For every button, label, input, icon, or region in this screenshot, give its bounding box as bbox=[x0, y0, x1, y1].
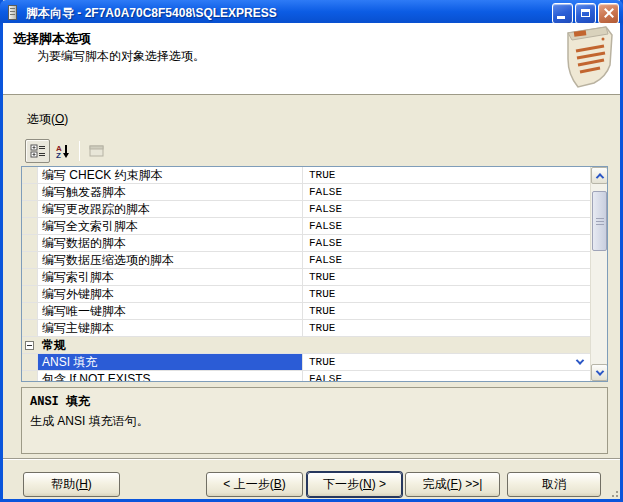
chevron-down-icon bbox=[595, 367, 603, 375]
row-margin bbox=[22, 201, 38, 217]
property-value[interactable]: TRUE bbox=[303, 320, 590, 336]
property-row[interactable]: ANSI 填充TRUE bbox=[22, 354, 590, 371]
categorized-view-icon bbox=[30, 144, 46, 158]
row-margin bbox=[22, 320, 38, 336]
scroll-up-button[interactable] bbox=[591, 167, 608, 184]
property-value[interactable]: FALSE bbox=[303, 218, 590, 234]
scroll-down-button[interactable] bbox=[591, 364, 608, 381]
property-name[interactable]: 编写数据压缩选项的脚本 bbox=[38, 252, 303, 268]
property-name[interactable]: ANSI 填充 bbox=[38, 354, 303, 370]
property-value[interactable]: TRUE bbox=[303, 286, 590, 302]
property-value[interactable]: FALSE bbox=[303, 201, 590, 217]
finish-button[interactable]: 完成(F) >>| bbox=[405, 472, 500, 497]
row-margin bbox=[22, 286, 38, 302]
property-name[interactable]: 编写主键脚本 bbox=[38, 320, 303, 336]
back-button[interactable]: < 上一步(B) bbox=[206, 472, 303, 497]
vertical-scrollbar[interactable] bbox=[590, 167, 607, 381]
toolbar-separator bbox=[79, 141, 80, 161]
property-row[interactable]: 编写唯一键脚本TRUE bbox=[22, 303, 590, 320]
minimize-button[interactable] bbox=[552, 3, 573, 24]
cancel-button[interactable]: 取消 bbox=[507, 472, 601, 497]
row-margin bbox=[22, 218, 38, 234]
category-row[interactable]: 常规 bbox=[22, 337, 590, 354]
property-name[interactable]: 包含 If NOT EXISTS bbox=[38, 371, 303, 381]
property-row[interactable]: 编写 CHECK 约束脚本TRUE bbox=[22, 167, 590, 184]
property-value[interactable]: TRUE bbox=[303, 167, 590, 183]
property-name[interactable]: 编写外键脚本 bbox=[38, 286, 303, 302]
az-sort-icon: A Z bbox=[55, 144, 71, 159]
property-name[interactable]: 编写唯一键脚本 bbox=[38, 303, 303, 319]
chevron-down-icon bbox=[576, 356, 584, 364]
alphabetical-sort-button[interactable]: A Z bbox=[50, 139, 75, 163]
wizard-header: 选择脚本选项 为要编写脚本的对象选择选项。 bbox=[3, 23, 620, 95]
row-margin bbox=[22, 252, 38, 268]
property-name[interactable]: 编写触发器脚本 bbox=[38, 184, 303, 200]
property-row[interactable]: 编写数据压缩选项的脚本FALSE bbox=[22, 252, 590, 269]
options-label: 选项(O) bbox=[27, 111, 68, 128]
row-margin bbox=[22, 371, 38, 381]
window-title: 脚本向导 - 2F7A0A70C8F5408\SQLEXPRESS bbox=[26, 5, 550, 22]
property-grid: 编写 CHECK 约束脚本TRUE编写触发器脚本FALSE编写更改跟踪的脚本FA… bbox=[21, 166, 608, 382]
row-margin bbox=[22, 167, 38, 183]
scrollbar-thumb[interactable] bbox=[592, 191, 607, 251]
categorized-view-button[interactable] bbox=[25, 139, 50, 163]
close-button[interactable] bbox=[598, 3, 619, 24]
property-name[interactable]: 编写数据的脚本 bbox=[38, 235, 303, 251]
property-row[interactable]: 编写数据的脚本FALSE bbox=[22, 235, 590, 252]
property-row[interactable]: 编写全文索引脚本FALSE bbox=[22, 218, 590, 235]
propertygrid-toolbar: A Z bbox=[25, 138, 109, 164]
property-name[interactable]: 编写更改跟踪的脚本 bbox=[38, 201, 303, 217]
row-margin bbox=[22, 235, 38, 251]
category-label[interactable]: 常规 bbox=[38, 337, 590, 353]
property-name[interactable]: 编写索引脚本 bbox=[38, 269, 303, 285]
property-value[interactable]: FALSE bbox=[303, 371, 590, 381]
maximize-icon bbox=[581, 9, 590, 17]
minimize-icon bbox=[557, 16, 565, 19]
property-value[interactable]: TRUE bbox=[303, 303, 590, 319]
script-wizard-window: 脚本向导 - 2F7A0A70C8F5408\SQLEXPRESS 选择脚本选项… bbox=[0, 0, 623, 502]
page-title: 选择脚本选项 bbox=[13, 30, 91, 48]
row-margin bbox=[22, 184, 38, 200]
server-icon bbox=[6, 5, 22, 21]
property-pages-icon bbox=[89, 145, 104, 157]
property-description-panel: ANSI 填充 生成 ANSI 填充语句。 bbox=[21, 387, 608, 454]
page-subtitle: 为要编写脚本的对象选择选项。 bbox=[37, 48, 205, 65]
script-scroll-icon bbox=[548, 25, 618, 91]
description-title: ANSI 填充 bbox=[30, 393, 599, 410]
resize-grip[interactable] bbox=[607, 486, 619, 498]
chevron-up-icon bbox=[595, 173, 603, 181]
property-row[interactable]: 编写主键脚本TRUE bbox=[22, 320, 590, 337]
property-value[interactable]: TRUE bbox=[303, 354, 590, 370]
description-text: 生成 ANSI 填充语句。 bbox=[30, 413, 599, 430]
property-grid-rows: 编写 CHECK 约束脚本TRUE编写触发器脚本FALSE编写更改跟踪的脚本FA… bbox=[22, 167, 590, 381]
next-button[interactable]: 下一步(N) > bbox=[307, 472, 402, 497]
help-button[interactable]: 帮助(H) bbox=[23, 472, 120, 497]
property-row[interactable]: 编写更改跟踪的脚本FALSE bbox=[22, 201, 590, 218]
property-row[interactable]: 编写索引脚本TRUE bbox=[22, 269, 590, 286]
close-icon bbox=[603, 7, 615, 19]
svg-text:Z: Z bbox=[56, 151, 61, 159]
property-name[interactable]: 编写 CHECK 约束脚本 bbox=[38, 167, 303, 183]
property-row[interactable]: 包含 If NOT EXISTSFALSE bbox=[22, 371, 590, 381]
property-row[interactable]: 编写外键脚本TRUE bbox=[22, 286, 590, 303]
row-margin bbox=[22, 269, 38, 285]
property-value[interactable]: FALSE bbox=[303, 184, 590, 200]
maximize-button[interactable] bbox=[575, 3, 596, 24]
collapse-icon[interactable] bbox=[25, 341, 34, 350]
property-row[interactable]: 编写触发器脚本FALSE bbox=[22, 184, 590, 201]
row-margin bbox=[22, 354, 38, 370]
property-value[interactable]: FALSE bbox=[303, 235, 590, 251]
separator-line bbox=[3, 458, 620, 460]
row-margin bbox=[22, 303, 38, 319]
property-value[interactable]: TRUE bbox=[303, 269, 590, 285]
property-value[interactable]: FALSE bbox=[303, 252, 590, 268]
property-pages-button[interactable] bbox=[84, 139, 109, 163]
value-dropdown-button[interactable] bbox=[572, 355, 588, 369]
row-margin bbox=[22, 337, 38, 353]
property-name[interactable]: 编写全文索引脚本 bbox=[38, 218, 303, 234]
